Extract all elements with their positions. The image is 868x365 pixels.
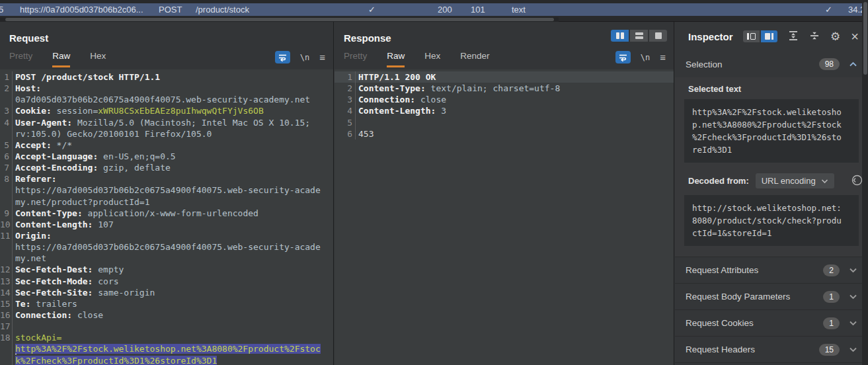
editor-line[interactable]: 16Connection: close (0, 309, 333, 321)
editor-line[interactable]: 4Content-Length: 3 (335, 105, 674, 116)
inspector-section-request-headers[interactable]: Request Headers15 (675, 336, 868, 362)
request-menu-icon[interactable]: ≡ (319, 52, 325, 63)
history-cell-method[interactable]: POST (159, 3, 182, 16)
collapse-sections-icon[interactable] (809, 30, 820, 43)
layout-columns-icon[interactable] (611, 30, 629, 42)
chevron-down-icon[interactable] (849, 346, 857, 352)
editor-line[interactable]: 14Sec-Fetch-Site: same-origin (0, 287, 333, 298)
vertical-scrollbar[interactable] (862, 0, 868, 365)
editor-line[interactable]: 11Origin: (0, 230, 333, 241)
inspector-section-response-headers[interactable]: Response Headers3 (675, 362, 868, 365)
inspector-section-request-attributes[interactable]: Request Attributes2 (675, 257, 868, 283)
word-wrap-icon[interactable] (275, 51, 290, 63)
code-segment: application/x-www-form-urlencoded (83, 208, 258, 218)
editor-line[interactable]: https://0a7d005d037b06b2c0675a4900f40075… (0, 184, 333, 196)
request-tab-hex[interactable]: Hex (90, 51, 106, 65)
history-cell-row-number[interactable]: 5 (0, 3, 3, 16)
response-tab-render[interactable]: Render (460, 51, 489, 65)
history-cell-status-code[interactable]: 200 (438, 3, 452, 16)
decoded-from-label: Decoded from: (688, 176, 749, 186)
editor-line[interactable]: 5Accept: */* (0, 140, 333, 151)
editor-line[interactable]: 4User-Agent: Mozilla/5.0 (Macintosh; Int… (0, 117, 333, 128)
request-raw-editor[interactable]: 1POST /product/stock HTTP/1.12Host:0a7d0… (0, 69, 333, 365)
editor-line[interactable]: 7Accept-Encoding: gzip, deflate (0, 162, 333, 173)
editor-line[interactable]: 0a7d005d037b06b2c0675a4900f40075.web-sec… (0, 94, 333, 105)
line-content: User-Agent: Mozilla/5.0 (Macintosh; Inte… (13, 117, 310, 128)
line-content: HTTP/1.1 200 OK (356, 71, 436, 83)
editor-line[interactable]: 12Sec-Fetch-Dest: empty (0, 264, 333, 275)
history-cell-length[interactable]: 101 (471, 3, 485, 16)
line-content: https://0a7d005d037b06b2c0675a4900f40075… (13, 241, 321, 253)
decoding-dropdown[interactable]: URL encoding (756, 173, 834, 188)
history-cell-host-url[interactable]: https://0a7d005d037b06b2c06... (20, 3, 143, 16)
editor-line[interactable]: 8Referer: (0, 173, 333, 184)
editor-line[interactable]: rv:105.0) Gecko/20100101 Firefox/105.0 (0, 128, 333, 140)
reencode-icon[interactable] (851, 175, 863, 188)
history-cell-tls-check[interactable]: ✓ (825, 3, 832, 16)
inspector-section-request-cookies[interactable]: Request Cookies1 (675, 309, 868, 336)
editor-line[interactable]: 2Host: (0, 83, 333, 94)
history-horizontal-scrollbar[interactable] (0, 17, 559, 22)
layout-single-icon[interactable] (649, 30, 667, 42)
chevron-down-icon[interactable] (849, 267, 857, 273)
editor-line[interactable]: http%3A%2F%2Fstock.weliketoshop.net%3A80… (0, 343, 333, 354)
response-menu-icon[interactable]: ≡ (660, 52, 666, 63)
close-icon[interactable]: × (851, 30, 859, 43)
editor-line[interactable]: k%2Fcheck%3FproductId%3D1%26storeId%3D1 (0, 355, 333, 365)
code-segment: Content-Length: (15, 220, 93, 229)
line-number: 12 (0, 264, 13, 275)
dock-left-icon[interactable] (743, 30, 760, 42)
history-selected-row[interactable]: 5https://0a7d005d037b06b2c06...POST/prod… (0, 3, 868, 16)
code-segment: User-Agent: (15, 118, 72, 128)
editor-line[interactable]: my.net/product?productId=1 (0, 196, 333, 208)
editor-line[interactable]: my.net (0, 253, 333, 264)
chevron-down-icon[interactable] (849, 320, 857, 326)
history-cell-mime-type[interactable]: text (512, 3, 526, 16)
response-raw-editor[interactable]: 1HTTP/1.1 200 OK2Content-Type: text/plai… (335, 69, 674, 365)
newline-toggle-icon[interactable]: \n (300, 53, 309, 62)
editor-line[interactable]: 17 (0, 321, 333, 332)
editor-line[interactable]: https://0a7d005d037b06b2c0675a4900f40075… (0, 241, 333, 253)
line-content: Host: (13, 83, 41, 94)
response-tab-hex[interactable]: Hex (424, 51, 440, 65)
editor-line[interactable]: 2Content-Type: text/plain; charset=utf-8 (335, 83, 674, 94)
expand-sections-icon[interactable] (788, 30, 799, 43)
newline-toggle-icon[interactable]: \n (641, 53, 650, 62)
settings-gear-icon[interactable]: ⚙ (830, 31, 840, 42)
code-segment: 0a7d005d037b06b2c0675a4900f40075.web-sec… (15, 95, 310, 104)
selection-section-header[interactable]: Selection 98 (675, 51, 868, 77)
dock-right-icon[interactable] (761, 30, 777, 42)
editor-line[interactable]: 3Cookie: session=xWRU8CSxEbEAEz8puIhwqwQ… (0, 105, 333, 116)
response-tab-raw[interactable]: Raw (387, 51, 405, 67)
request-tab-pretty[interactable]: Pretty (9, 51, 32, 65)
editor-line[interactable]: 6453 (335, 128, 674, 140)
inspector-section-request-body-parameters[interactable]: Request Body Parameters1 (675, 283, 868, 309)
history-cell-params-check[interactable]: ✓ (368, 3, 375, 16)
layout-rows-icon[interactable] (630, 30, 648, 42)
code-segment: Cookie: (15, 106, 52, 116)
line-number: 1 (335, 71, 356, 83)
history-cell-path[interactable]: /product/stock (196, 3, 249, 16)
editor-line[interactable]: 3Connection: close (335, 94, 674, 105)
request-editor-icons: \n ≡ (275, 51, 325, 63)
editor-line[interactable]: 1HTTP/1.1 200 OK (335, 71, 674, 83)
chevron-up-icon[interactable] (849, 61, 857, 67)
request-tab-raw[interactable]: Raw (52, 51, 70, 67)
editor-line[interactable]: 15Te: trailers (0, 298, 333, 309)
editor-line[interactable]: 6Accept-Language: en-US,en;q=0.5 (0, 151, 333, 162)
word-wrap-icon[interactable] (615, 51, 631, 63)
selected-text-box[interactable]: http%3A%2F%2Fstock.weliketosho p.net%3A8… (684, 99, 859, 163)
editor-line[interactable]: 1POST /product/stock HTTP/1.1 (0, 71, 333, 83)
response-tab-pretty[interactable]: Pretty (344, 51, 367, 65)
history-hscroll-thumb[interactable] (5, 18, 554, 21)
editor-line[interactable]: 13Sec-Fetch-Mode: cors (0, 276, 333, 287)
decoded-text-box[interactable]: http://stock.weliketoshop.net: 8080/prod… (684, 195, 859, 246)
editor-line[interactable]: 5 (335, 117, 674, 128)
selected-text-label: Selected text (688, 84, 859, 94)
http-history-strip: 5https://0a7d005d037b06b2c06...POST/prod… (0, 0, 868, 22)
editor-line[interactable]: 9Content-Type: application/x-www-form-ur… (0, 208, 333, 219)
editor-line[interactable]: 10Content-Length: 107 (0, 219, 333, 230)
editor-line[interactable]: 18stockApi= (0, 332, 333, 343)
chevron-down-icon[interactable] (849, 294, 857, 300)
vscroll-thumb[interactable] (863, 2, 867, 75)
